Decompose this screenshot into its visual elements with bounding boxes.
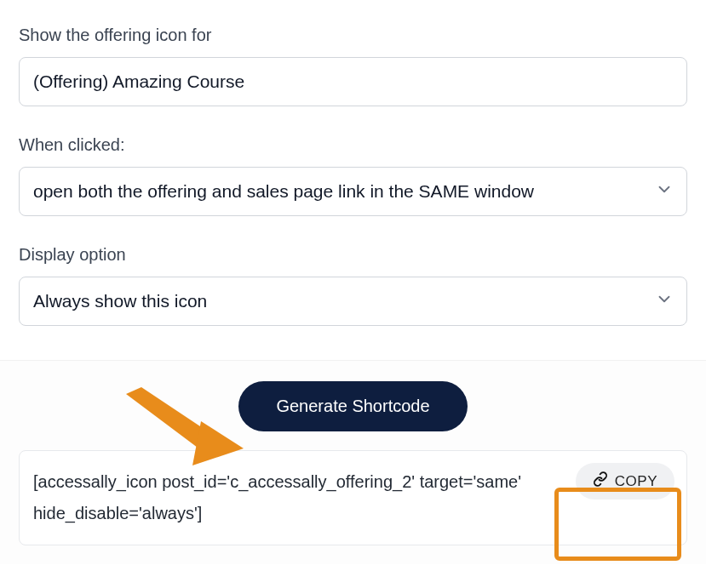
display-option-select[interactable]: Always show this icon <box>19 277 687 326</box>
offering-input[interactable] <box>19 57 687 106</box>
link-icon <box>593 471 608 491</box>
generate-shortcode-button[interactable]: Generate Shortcode <box>238 381 467 431</box>
copy-label: COPY <box>615 473 657 490</box>
display-option-label: Display option <box>19 245 687 265</box>
shortcode-output-box: [accessally_icon post_id='c_accessally_o… <box>19 450 687 545</box>
copy-button[interactable]: COPY <box>576 463 674 500</box>
when-clicked-select[interactable]: open both the offering and sales page li… <box>19 167 687 216</box>
when-clicked-label: When clicked: <box>19 135 687 155</box>
shortcode-text: [accessally_icon post_id='c_accessally_o… <box>33 466 550 529</box>
offering-label: Show the offering icon for <box>19 26 687 45</box>
